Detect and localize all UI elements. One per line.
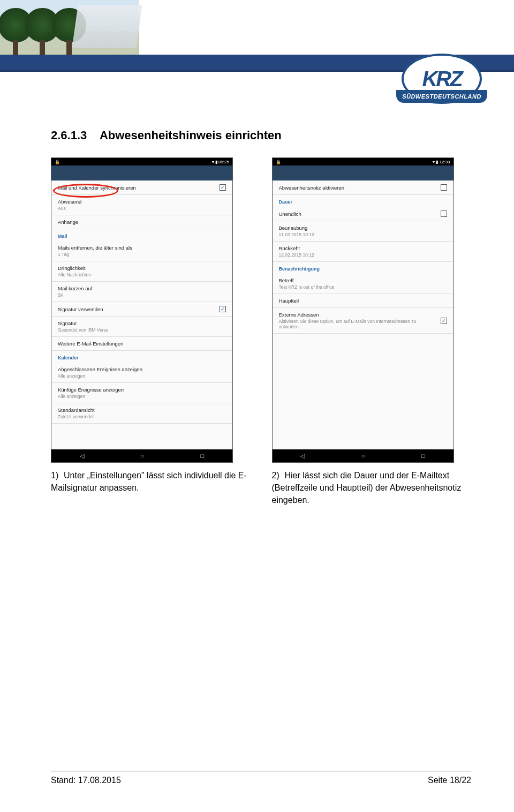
- row-betreff[interactable]: Betreff Test KRZ is out of the office: [273, 274, 453, 294]
- row-label: Weitere E-Mail-Einstellungen: [58, 341, 123, 347]
- row-abgeschlossene[interactable]: Abgeschlossene Ereignisse anzeigen Alle …: [51, 363, 232, 383]
- row-signatur-verwenden[interactable]: Signatur verwenden: [51, 302, 232, 317]
- row-signatur[interactable]: Signatur Gesendet von IBM Verse: [51, 317, 232, 337]
- row-label: Abwesend: [58, 199, 81, 205]
- section-title: Abwesenheitshinweis einrichten: [100, 129, 282, 142]
- status-bar: 🔒 ▾ ▮ 12:30: [273, 158, 453, 166]
- row-label: Abwesenheitsnotiz aktivieren: [279, 185, 345, 191]
- caption-1: 1)Unter „Einstellungen" lässt sich indiv…: [51, 469, 251, 494]
- nav-recent-icon[interactable]: □: [421, 453, 425, 459]
- row-label: Mail und Kalender synchronisieren: [58, 185, 136, 191]
- row-sub: Test KRZ is out of the office: [279, 284, 335, 290]
- doc-footer: Stand: 17.08.2015 Seite 18/22: [51, 771, 471, 785]
- row-sub: 1 Tag: [58, 252, 132, 257]
- logo-text: KRZ: [422, 67, 461, 91]
- section-header-kalender: Kalender: [51, 351, 232, 363]
- row-beurlaubung[interactable]: Beurlaubung 11.02.2015 10:12: [273, 221, 453, 242]
- row-label: Betreff: [279, 277, 335, 283]
- section-header-mail: Mail: [51, 229, 232, 241]
- phone-screenshot-2: 🔒 ▾ ▮ 12:30 Abwesenheitsnotiz aktivieren…: [272, 157, 454, 463]
- row-sub: 12.02.2015 10:12: [279, 252, 314, 258]
- row-unendlich[interactable]: Unendlich: [273, 207, 453, 221]
- row-label: Signatur: [58, 320, 109, 326]
- nav-recent-icon[interactable]: □: [201, 453, 205, 459]
- row-label: Signatur verwenden: [58, 306, 103, 312]
- content-area: 2.6.1.3 Abwesenheitshinweis einrichten 🔒…: [0, 75, 514, 507]
- checkbox-icon[interactable]: [441, 210, 447, 217]
- row-label: Unendlich: [279, 211, 301, 217]
- row-sub: Alle anzeigen: [58, 373, 142, 379]
- row-sync[interactable]: Mail und Kalender synchronisieren: [51, 181, 232, 195]
- row-sub: Alle anzeigen: [58, 394, 124, 399]
- section-heading: 2.6.1.3 Abwesenheitshinweis einrichten: [51, 129, 471, 142]
- checkbox-icon[interactable]: [441, 318, 447, 324]
- row-dringlichkeit[interactable]: Dringlichkeit Alle Nachrichten: [51, 261, 232, 282]
- phone-body: Abwesenheitsnotiz aktivieren Dauer Unend…: [273, 181, 453, 449]
- row-abwesend[interactable]: Abwesend Aus: [51, 195, 232, 215]
- row-label: Rückkehr: [279, 245, 314, 251]
- row-weitere[interactable]: Weitere E-Mail-Einstellungen: [51, 337, 232, 351]
- row-kurzen[interactable]: Mail kürzen auf 5K: [51, 282, 232, 302]
- status-time: ▾ ▮ 09:25: [212, 160, 229, 164]
- nav-back-icon[interactable]: ◁: [80, 453, 84, 460]
- row-sub: 11.02.2015 10:12: [279, 232, 314, 237]
- section-number: 2.6.1.3: [51, 129, 87, 142]
- caption-num: 2): [272, 469, 285, 482]
- row-hauptteil[interactable]: Hauptteil: [273, 294, 453, 308]
- building-shape: [72, 5, 142, 48]
- row-label: Künftige Ereignisse anzeigen: [58, 387, 124, 393]
- nav-back-icon[interactable]: ◁: [300, 453, 305, 460]
- checkbox-icon[interactable]: [441, 184, 447, 191]
- status-bar: 🔒 ▾ ▮ 09:25: [51, 158, 232, 166]
- caption-num: 1): [51, 469, 64, 482]
- row-label: Mails entfernen, die älter sind als: [58, 245, 132, 251]
- row-rueckkehr[interactable]: Rückkehr 12.02.2015 10:12: [273, 242, 453, 262]
- row-label: Dringlichkeit: [58, 265, 91, 271]
- section-header-benachrichtigung: Benachrichtigung: [273, 262, 453, 274]
- nav-home-icon[interactable]: ○: [140, 453, 144, 459]
- row-externe-adressen[interactable]: Externe Adressen Aktivieren Sie diese Op…: [273, 308, 453, 334]
- row-label: Externe Adressen: [279, 312, 418, 318]
- row-sub: Aktivieren Sie diese Option, um auf E-Ma…: [279, 319, 418, 329]
- row-aktivieren[interactable]: Abwesenheitsnotiz aktivieren: [273, 181, 453, 195]
- checkbox-icon[interactable]: [220, 184, 226, 191]
- row-label: Standardansicht: [58, 407, 95, 413]
- logo-badge: KRZ SÜDWESTDEUTSCHLAND: [402, 54, 482, 118]
- android-nav-bar: ◁ ○ □: [273, 449, 453, 462]
- nav-home-icon[interactable]: ○: [361, 453, 365, 459]
- row-entfernen[interactable]: Mails entfernen, die älter sind als 1 Ta…: [51, 241, 232, 261]
- app-bar: [273, 166, 453, 181]
- section-header-dauer: Dauer: [273, 195, 453, 207]
- checkbox-icon[interactable]: [220, 306, 226, 312]
- row-sub: Alle Nachrichten: [58, 272, 91, 277]
- row-standardansicht[interactable]: Standardansicht Zuletzt verwendet: [51, 403, 232, 424]
- row-anhange[interactable]: Anhänge: [51, 215, 232, 229]
- row-label: Anhänge: [58, 219, 78, 225]
- row-sub: 5K: [58, 292, 92, 298]
- logo-oval: KRZ SÜDWESTDEUTSCHLAND: [402, 54, 482, 104]
- android-nav-bar: ◁ ○ □: [51, 449, 232, 462]
- lock-icon: 🔒: [55, 160, 60, 164]
- logo-ribbon: SÜDWESTDEUTSCHLAND: [396, 90, 487, 103]
- screenshot-col-2: 🔒 ▾ ▮ 12:30 Abwesenheitsnotiz aktivieren…: [272, 157, 472, 507]
- row-sub: Aus: [58, 206, 81, 211]
- app-bar: [51, 166, 232, 181]
- row-label: Hauptteil: [279, 298, 299, 304]
- row-sub: Gesendet von IBM Verse: [58, 327, 109, 333]
- status-time: ▾ ▮ 12:30: [433, 160, 450, 164]
- phone-screenshot-1: 🔒 ▾ ▮ 09:25 Mail und Kalender synchronis…: [51, 157, 233, 463]
- screenshot-col-1: 🔒 ▾ ▮ 09:25 Mail und Kalender synchronis…: [51, 157, 251, 507]
- phone-body: Mail und Kalender synchronisieren Abwese…: [51, 181, 232, 449]
- row-label: Mail kürzen auf: [58, 285, 92, 291]
- caption-text: Hier lässt sich die Dauer und der E-Mail…: [272, 471, 462, 505]
- row-kuenftige[interactable]: Künftige Ereignisse anzeigen Alle anzeig…: [51, 383, 232, 403]
- row-label: Abgeschlossene Ereignisse anzeigen: [58, 366, 142, 372]
- caption-2: 2)Hier lässt sich die Dauer und der E-Ma…: [272, 469, 472, 507]
- header-photo: [0, 0, 139, 56]
- caption-text: Unter „Einstellungen" lässt sich individ…: [51, 471, 247, 492]
- lock-icon: 🔒: [276, 160, 281, 164]
- row-label: Beurlaubung: [279, 225, 314, 231]
- footer-seite: Seite 18/22: [428, 776, 471, 785]
- footer-stand: Stand: 17.08.2015: [51, 776, 121, 785]
- row-sub: Zuletzt verwendet: [58, 414, 95, 419]
